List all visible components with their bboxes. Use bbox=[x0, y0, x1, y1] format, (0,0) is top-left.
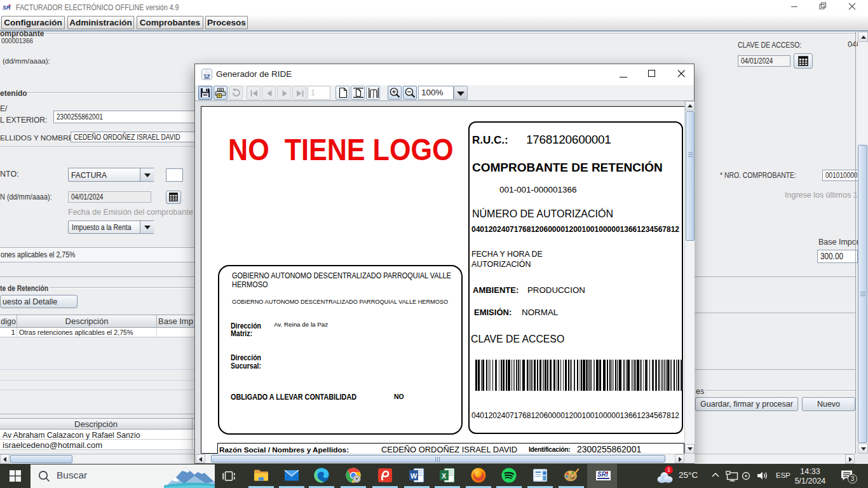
svg-text:W: W bbox=[410, 472, 417, 480]
svg-text:X: X bbox=[442, 472, 447, 480]
